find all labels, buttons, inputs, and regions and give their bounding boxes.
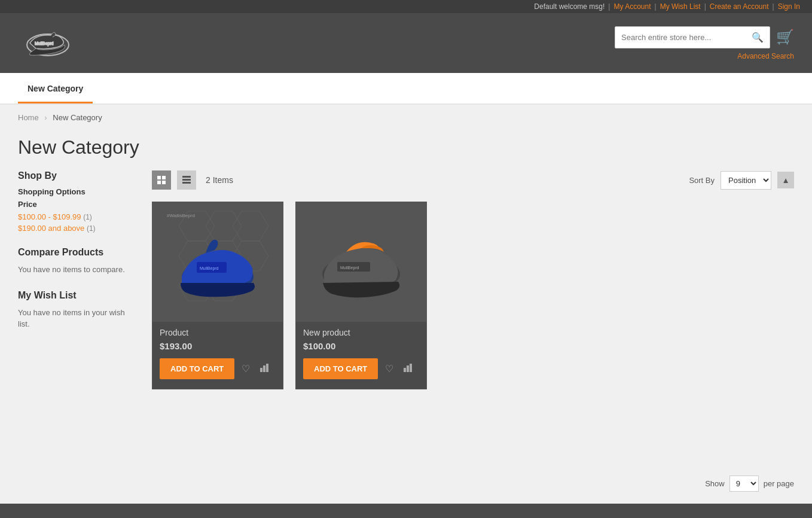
blue-shoe-svg: MullBeprd #WallisBeprd	[164, 205, 271, 319]
add-to-cart-button-1[interactable]: Add to Cart	[303, 358, 378, 379]
svg-rect-5	[157, 181, 161, 184]
wishlist-title: My Wish List	[18, 290, 138, 301]
my-account-link[interactable]: My Account	[613, 2, 651, 11]
page-title: New Category	[18, 136, 794, 159]
compare-title: Compare Products	[18, 247, 138, 258]
compare-icon	[260, 363, 269, 373]
show-label: Show	[705, 479, 725, 488]
svg-text:MullBeprd: MullBeprd	[200, 266, 219, 271]
svg-text:MullBeprd: MullBeprd	[35, 41, 54, 46]
toolbar: 2 Items Sort By Position Name Price ▲	[152, 170, 794, 190]
product-price-0: $193.00	[160, 341, 276, 351]
svg-rect-30	[404, 368, 406, 372]
breadcrumb-current: New Category	[53, 113, 102, 122]
product-grid: MullBeprd #WallisBeprd Product $193.00 A…	[152, 202, 794, 389]
list-icon	[182, 176, 191, 184]
header: MullBeprd 🔍 🛒 Advanced Search	[0, 13, 812, 73]
list-view-button[interactable]	[177, 170, 196, 190]
nav-item-new-category[interactable]: New Category	[18, 73, 93, 103]
sep3: |	[704, 2, 706, 11]
sort-label: Sort By	[689, 176, 715, 185]
search-row: 🔍 🛒	[615, 26, 794, 48]
product-card-0: MullBeprd #WallisBeprd Product $193.00 A…	[152, 202, 283, 389]
svg-rect-32	[410, 364, 412, 372]
content-area: Shop By Shopping Options Price $100.00 -…	[0, 170, 812, 407]
compare-icon-button-1[interactable]	[401, 361, 415, 377]
shop-by-title: Shop By	[18, 170, 138, 181]
wish-list-link[interactable]: My Wish List	[660, 2, 701, 11]
header-right: 🔍 🛒 Advanced Search	[615, 26, 794, 60]
footer-toolbar: Show 9 15 30 per page	[0, 464, 812, 504]
grid-icon	[157, 176, 166, 184]
price-filter-0[interactable]: $100.00 - $109.99 (1)	[18, 212, 138, 221]
advanced-search-link[interactable]: Advanced Search	[737, 52, 794, 60]
svg-rect-24	[263, 365, 265, 372]
add-to-cart-button-0[interactable]: Add to Cart	[160, 358, 234, 379]
search-box: 🔍	[615, 26, 770, 48]
compare-section: Compare Products You have no items to co…	[18, 247, 138, 276]
items-count: 2 Items	[206, 175, 233, 185]
svg-rect-7	[182, 176, 191, 178]
product-image-0: MullBeprd #WallisBeprd	[152, 202, 283, 322]
sep2: |	[655, 2, 657, 11]
search-button[interactable]: 🔍	[746, 27, 770, 48]
svg-text:MullBeprd: MullBeprd	[340, 266, 359, 270]
cart-icon-button[interactable]: 🛒	[776, 29, 794, 45]
page-heading: New Category	[0, 130, 812, 170]
sidebar: Shop By Shopping Options Price $100.00 -…	[18, 170, 138, 389]
shopping-options-label: Shopping Options	[18, 187, 138, 196]
svg-rect-9	[182, 182, 191, 184]
orange-shoe-svg: MullBeprd	[307, 205, 415, 319]
price-filter-1-label: $190.00 and above	[18, 224, 84, 233]
product-info-0: Product $193.00	[152, 322, 283, 351]
sep1: |	[608, 2, 610, 11]
search-input[interactable]	[615, 28, 746, 47]
price-filter-1-count: (1)	[87, 224, 96, 233]
product-area: 2 Items Sort By Position Name Price ▲	[152, 170, 794, 389]
grid-view-button[interactable]	[152, 170, 171, 190]
svg-text:#WallisBeprd: #WallisBeprd	[167, 213, 195, 218]
product-card-1: MullBeprd New product $100.00 Add to Car…	[295, 202, 427, 389]
nav-bar: New Category	[0, 73, 812, 105]
product-name-1: New product	[303, 328, 419, 337]
product-actions-0: Add to Cart ♡	[152, 358, 283, 379]
price-label: Price	[18, 200, 138, 209]
price-filter-0-label: $100.00 - $109.99	[18, 212, 81, 221]
breadcrumb-sep: ›	[44, 113, 47, 122]
wishlist-text: You have no items in your wish list.	[18, 307, 138, 330]
sort-direction-button[interactable]: ▲	[777, 172, 794, 188]
svg-rect-6	[162, 181, 166, 184]
product-info-1: New product $100.00	[296, 322, 426, 351]
logo-area: MullBeprd	[18, 22, 78, 64]
breadcrumb-home[interactable]: Home	[18, 113, 39, 122]
svg-rect-23	[260, 368, 262, 372]
create-account-link[interactable]: Create an Account	[710, 2, 769, 11]
price-filter-0-count: (1)	[83, 213, 92, 221]
welcome-message: Default welcome msg!	[534, 2, 605, 11]
price-filter-1[interactable]: $190.00 and above (1)	[18, 224, 138, 233]
compare-icon-button-0[interactable]	[257, 361, 271, 377]
top-bar: Default welcome msg! | My Account | My W…	[0, 0, 812, 13]
svg-rect-31	[407, 365, 409, 372]
breadcrumb: Home › New Category	[0, 105, 812, 130]
wishlist-section: My Wish List You have no items in your w…	[18, 290, 138, 330]
sort-select[interactable]: Position Name Price	[721, 171, 771, 190]
svg-rect-8	[182, 179, 191, 181]
sep4: |	[773, 2, 774, 11]
wishlist-icon-button-0[interactable]: ♡	[239, 361, 252, 377]
product-image-1: MullBeprd	[296, 202, 426, 322]
svg-rect-3	[157, 176, 161, 179]
main-wrapper: Home › New Category New Category Shop By…	[0, 105, 812, 464]
logo-image: MullBeprd	[18, 22, 78, 64]
shop-by-section: Shop By Shopping Options Price $100.00 -…	[18, 170, 138, 233]
toolbar-right: Sort By Position Name Price ▲	[689, 171, 794, 190]
compare-text: You have no items to compare.	[18, 264, 138, 276]
per-page-label: per page	[764, 479, 794, 488]
svg-rect-4	[162, 176, 166, 179]
sign-in-link[interactable]: Sign In	[778, 2, 800, 11]
svg-rect-25	[266, 364, 268, 372]
per-page-select[interactable]: 9 15 30	[729, 476, 759, 492]
product-price-1: $100.00	[303, 341, 419, 351]
wishlist-icon-button-1[interactable]: ♡	[383, 361, 396, 377]
product-name-0: Product	[160, 328, 276, 337]
